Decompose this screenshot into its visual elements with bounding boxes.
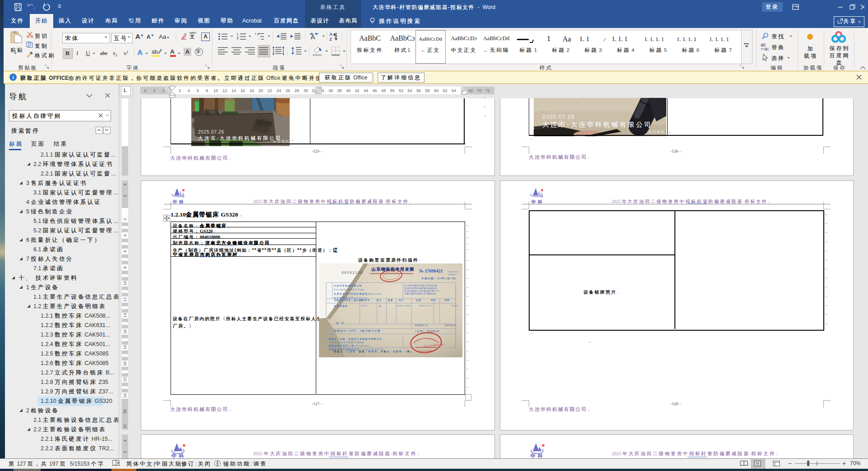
svg-text:i: i — [259, 37, 259, 40]
svg-text:A: A — [329, 32, 332, 37]
svg-text:Z: Z — [329, 37, 332, 42]
